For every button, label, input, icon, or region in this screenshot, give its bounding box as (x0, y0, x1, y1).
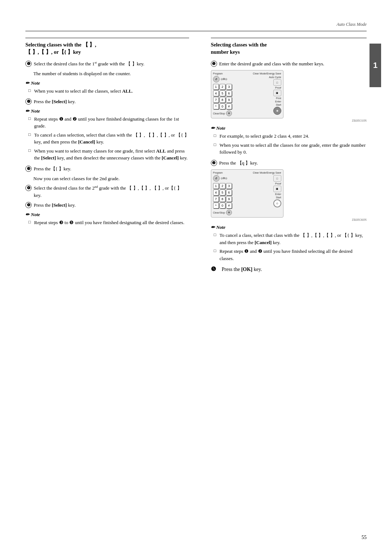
mp2-clear-label: Clear Mode/Energy Save (253, 171, 281, 174)
step-1-number: ❶ (25, 61, 32, 67)
step-3-subtext: Now you can select classes for the 2nd g… (25, 175, 189, 182)
right-note-1-item-2: □ When you want to select all the classe… (211, 142, 367, 156)
checkbox-icon-r1b: □ (214, 142, 217, 147)
mp2-proof-label: Proof (275, 182, 281, 185)
right-step-3: ❺ Press the [OK] key. (211, 266, 367, 273)
mp2-right: □ Proof ▣ Enter Start ◇ (273, 175, 281, 207)
mp2-clear-stop-label: Clear/Stop (213, 211, 225, 214)
mp1-enter-label: Enter (275, 100, 281, 103)
page-header: Auto Class Mode (25, 22, 367, 29)
checkbox-icon: □ (28, 88, 32, 93)
left-step-5: ❺ Press the [Select] key. (25, 202, 189, 209)
mp2-key-9: 9 (226, 196, 232, 202)
mp1-left: ↺ ◎✪◎ 1 2 3 4 5 6 7 (213, 76, 232, 116)
left-step-2: ❷ Press the [Select] key. (25, 98, 189, 105)
panel-2-id: ZBiHS360N (352, 218, 367, 222)
note-3-title: ✏ Note (25, 212, 189, 218)
step-1-text: Select the desired class for the 1st gra… (34, 60, 189, 68)
mp2-key-0: 0 (220, 203, 225, 208)
right-note-1-title: ✏ Note (211, 125, 367, 131)
mp2-proof-btn: ▣ (273, 186, 281, 192)
note-2-item-3: □ When you want to select many classes f… (25, 147, 189, 162)
mp1-key-2: 2 (220, 84, 225, 90)
note-2-item-2: □ To cancel a class selection, select th… (25, 131, 189, 146)
note-1-title: ✏ Note (25, 80, 189, 86)
mp2-program-btn: ↺ (213, 175, 220, 182)
right-step-2: ❷ Press the 【q 】key. (211, 159, 367, 167)
mp1-autocycle-btn: □ (273, 79, 281, 86)
mp1-program-label: Program (213, 72, 223, 75)
mp2-program-label: Program (213, 171, 223, 174)
right-step-1: ❶ Enter the desired grade and class with… (211, 60, 367, 68)
mp2-key-8: 8 (220, 196, 225, 202)
top-divider (25, 31, 367, 31)
step-1-subtext: The number of students is displayed on t… (25, 70, 189, 77)
step-3-text: Press the【{ 】key. (34, 165, 189, 173)
mp2-top: Program Clear Mode/Energy Save (213, 171, 281, 174)
right-section-heading: Selecting classes with the number keys (211, 41, 367, 56)
mp1-program-btn: ↺ (213, 76, 220, 82)
machine-panel-2-wrapper: Program Clear Mode/Energy Save ↺ ◎✪◎ 1 2 (211, 169, 367, 222)
mp2-key-star: * (213, 203, 219, 208)
mp2-key-2: 2 (220, 183, 225, 189)
right-section-rule (211, 38, 367, 38)
step-4-text: Select the desired class for the 2nd gra… (34, 185, 189, 199)
mp1-proof-btn: ▣ (273, 90, 281, 96)
step-2-text: Press the [Select] key. (34, 98, 189, 105)
note-2-item-1: □ Repeat steps ❶ and ❷ until you have fi… (25, 116, 189, 130)
mp2-autocycle-btn: □ (273, 175, 281, 182)
left-step-4: ❹ Select the desired class for the 2nd g… (25, 185, 189, 199)
mp1-start-btn: ◉ (273, 107, 281, 115)
mp2-key-1: 1 (213, 183, 219, 189)
mp2-cycle-label: ◎✪◎ (221, 177, 227, 180)
right-step-1-text: Enter the desired grade and class with t… (219, 60, 367, 68)
mp2-key-3: 3 (226, 183, 232, 189)
mp1-autocycle-label: Auto Cycle (269, 76, 281, 78)
right-step-3-text: Press the [OK] key. (222, 266, 367, 273)
note-2-title: ✏ Note (25, 108, 189, 114)
mp1-clear-btn: ⊛ (226, 110, 232, 116)
right-note-2-item-2: □ Repeat steps ❶ and ❷ until you have fi… (211, 248, 367, 262)
mp2-start-btn: ◇ (273, 199, 281, 207)
mp1-clear-stop-label: Clear/Stop (213, 112, 225, 115)
mp1-top: Program Clear Mode/Energy Save (213, 72, 281, 75)
mp1-body: ↺ ◎✪◎ 1 2 3 4 5 6 7 (213, 76, 281, 116)
right-note-1-item-1: □ For example, to select grade 2 class 4… (211, 133, 367, 140)
right-step-3-number: ❺ (211, 266, 219, 272)
left-note-1: ✏ Note □ When you want to select all the… (25, 80, 189, 95)
machine-panel-1-wrapper: Program Clear Mode/Energy Save ↺ ◎✪◎ (211, 70, 367, 122)
checkbox-icon-r1a: □ (214, 133, 217, 138)
right-step-1-number: ❶ (211, 61, 217, 67)
right-note-2-title: ✏ Note (211, 224, 367, 230)
right-step-2-number: ❷ (211, 160, 217, 166)
mp1-numpad: 1 2 3 4 5 6 7 8 9 * 0 # (213, 84, 232, 109)
mp1-clear-row: Clear/Stop ⊛ (213, 110, 232, 116)
mp2-program-row: ↺ ◎✪◎ (213, 175, 232, 182)
mp1-program-row: ↺ ◎✪◎ (213, 76, 232, 82)
checkbox-icon-2a: □ (28, 116, 32, 121)
note-3-item-1: □ Repeat steps ❸ to ❺ until you have fin… (25, 219, 189, 226)
pencil-icon-r1: ✏ (211, 125, 215, 131)
mp1-key-0: 0 (220, 104, 225, 109)
mp1-clear-label: Clear Mode/Energy Save (253, 72, 281, 75)
mp2-enter-label: Enter (275, 193, 281, 195)
step-4-number: ❹ (25, 185, 32, 191)
mp1-proof-label: Proof (275, 86, 281, 89)
left-column: Selecting classes with the 【 】, 【 】,【 】,… (25, 38, 196, 276)
mp1-key-hash: # (226, 104, 232, 109)
checkbox-icon-3a: □ (28, 220, 32, 224)
step-5-number: ❺ (25, 202, 32, 208)
right-note-1: ✏ Note □ For example, to select grade 2 … (211, 125, 367, 156)
mp2-numpad: 1 2 3 4 5 6 7 8 9 * 0 # (213, 183, 232, 208)
step-3-number: ❸ (25, 166, 32, 172)
pencil-icon-3: ✏ (25, 212, 29, 218)
mp1-key-9: 9 (226, 97, 232, 103)
step-5-text: Press the [Select] key. (34, 202, 189, 209)
right-note-2: ✏ Note □ To cancel a class, select that … (211, 224, 367, 262)
main-content: Selecting classes with the 【 】, 【 】,【 】,… (25, 38, 367, 276)
checkbox-icon-r2a: □ (214, 232, 217, 237)
mp1-key-4: 4 (213, 90, 219, 96)
pencil-icon-1: ✏ (25, 80, 29, 86)
mp1-key-star: * (213, 104, 219, 109)
mp2-clear-btn: ⊛ (226, 210, 232, 215)
